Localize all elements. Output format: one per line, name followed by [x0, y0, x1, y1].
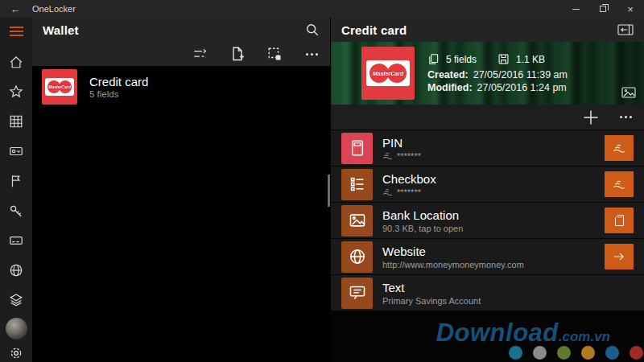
add-field-button[interactable]: [582, 109, 600, 126]
detail-panel: Credit card MasterCard 5 fields: [331, 18, 644, 362]
detail-title: Credit card: [341, 23, 407, 37]
minimize-icon: [572, 9, 580, 10]
credit-card-icon[interactable]: [9, 233, 23, 248]
created-row: Created:27/05/2016 11:39 am: [427, 69, 568, 80]
field-row-text[interactable]: Text Primary Savings Account: [331, 275, 644, 311]
field-row-website[interactable]: Website http://www.moneymoneymoney.com: [331, 239, 644, 274]
scrollbar-thumb[interactable]: [328, 175, 330, 207]
file-size-icon: [497, 53, 510, 65]
comment-icon: [341, 278, 373, 309]
mastercard-logo: MasterCard: [42, 69, 77, 105]
field-row-bank-location[interactable]: Bank Location 90.3 KB, tap to open: [331, 203, 644, 238]
wallet-list: MasterCard Credit card 5 fields: [32, 66, 330, 108]
ellipsis-icon: [306, 53, 318, 56]
field-subtitle: *******: [397, 151, 421, 161]
app-title: OneLocker: [32, 4, 76, 14]
add-item-button[interactable]: [229, 46, 246, 62]
field-title: Checkbox: [382, 172, 436, 187]
close-icon: ×: [627, 4, 634, 14]
hamburger-menu-button[interactable]: [0, 18, 32, 45]
more-button[interactable]: [303, 46, 320, 62]
detail-command-bar: [331, 105, 644, 130]
open-link-button[interactable]: [605, 244, 634, 269]
watermark-area: Download.com.vn: [331, 311, 644, 362]
close-button[interactable]: ×: [617, 0, 644, 18]
field-row-checkbox[interactable]: Checkbox *******: [331, 167, 644, 202]
field-title: Website: [382, 245, 524, 259]
back-button[interactable]: ←: [0, 3, 31, 15]
home-icon[interactable]: [9, 55, 23, 69]
sort-button[interactable]: [192, 46, 208, 62]
item-title: Credit card: [89, 75, 148, 90]
hamburger-icon: [10, 27, 23, 28]
field-subtitle: 90.3 KB, tap to open: [382, 224, 463, 233]
globe-icon: [341, 241, 373, 273]
field-subtitle: http://www.moneymoneymoney.com: [382, 260, 524, 269]
file-size: 1.1 KB: [516, 54, 545, 65]
restore-icon: [600, 6, 606, 12]
field-title: Bank Location: [382, 208, 463, 223]
reveal-button[interactable]: [605, 171, 634, 197]
watermark-text: Download.com.vn: [436, 319, 610, 348]
key-icon[interactable]: [9, 204, 23, 218]
search-icon[interactable]: [305, 23, 320, 37]
restore-button[interactable]: [589, 0, 617, 18]
fields-count-icon: [427, 53, 440, 65]
layers-icon[interactable]: [9, 293, 23, 307]
wallet-panel: Wallet MasterCard Credit card 5 fiel: [32, 18, 330, 362]
item-subtitle: 5 fields: [89, 89, 148, 99]
ellipsis-icon: [620, 116, 632, 118]
wallet-title: Wallet: [43, 23, 79, 37]
multi-select-button[interactable]: [266, 46, 283, 62]
star-icon[interactable]: [9, 84, 23, 99]
calculator-icon: [341, 133, 373, 164]
dock-pane-icon[interactable]: [617, 24, 634, 35]
detail-more-button[interactable]: [617, 109, 634, 125]
id-card-icon[interactable]: [9, 144, 23, 158]
fields-count: 5 fields: [446, 54, 477, 65]
settings-gear-icon[interactable]: [9, 346, 23, 360]
banner-image-icon[interactable]: [621, 87, 636, 98]
image-icon: [341, 205, 373, 237]
minimize-button[interactable]: [562, 0, 589, 18]
nav-sidebar: [0, 18, 32, 362]
mastercard-logo-large: MasterCard: [361, 47, 415, 100]
wallet-toolbar: [32, 42, 330, 66]
window-controls: ×: [562, 0, 644, 18]
field-row-pin[interactable]: PIN *******: [331, 130, 644, 166]
grid-icon[interactable]: [9, 114, 23, 129]
checklist-icon: [341, 169, 373, 200]
reveal-button[interactable]: [605, 135, 634, 161]
flag-icon[interactable]: [9, 174, 23, 188]
field-subtitle: *******: [397, 187, 421, 197]
watermark-dots: [509, 346, 644, 360]
wallet-item-credit-card[interactable]: MasterCard Credit card 5 fields: [32, 66, 330, 108]
field-title: Text: [382, 281, 481, 295]
user-avatar[interactable]: [6, 318, 27, 339]
masked-icon: [382, 152, 393, 160]
item-banner: MasterCard 5 fields 1.1 KB Created:27/05…: [331, 42, 644, 105]
save-button[interactable]: [605, 208, 634, 233]
titlebar: ← OneLocker ×: [0, 0, 644, 18]
fields-list: PIN ******* Checkbox *******: [331, 130, 644, 311]
field-title: PIN: [382, 136, 421, 150]
field-subtitle: Primary Savings Account: [382, 296, 481, 306]
masked-icon: [382, 188, 393, 196]
modified-row: Modified:27/05/2016 1:24 pm: [427, 82, 568, 93]
globe-nav-icon[interactable]: [9, 263, 23, 278]
